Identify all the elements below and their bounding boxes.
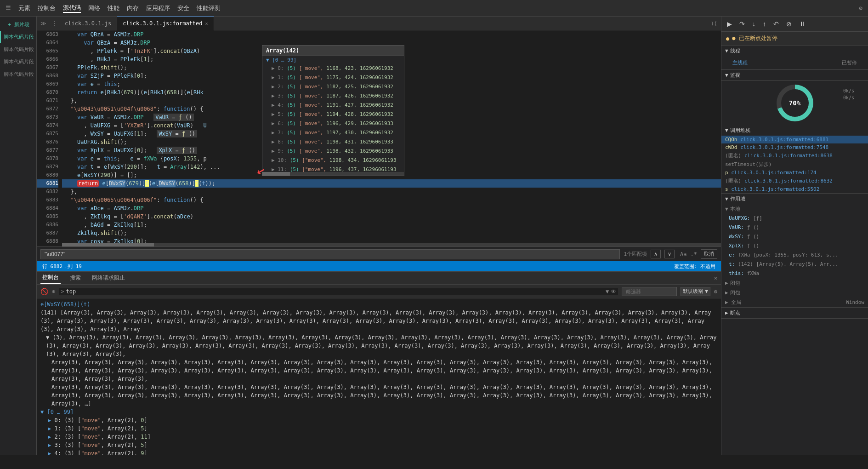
scope-item-t[interactable]: t: (142) [Array(5), Array(5), Arr... bbox=[721, 260, 868, 269]
snippet-4[interactable]: 脚本代码片段 bbox=[0, 68, 36, 80]
console-sub-section[interactable]: ▼ [0 … 99] bbox=[40, 408, 717, 416]
nav-console[interactable]: 控制台 bbox=[38, 4, 56, 12]
array-popup: Array(142) ▼ [0 … 99] ▶ 0: (5) ["move", … bbox=[262, 45, 404, 176]
breakpoints-section: ▶ 断点 bbox=[721, 308, 868, 319]
nav-sources[interactable]: 源代码 bbox=[63, 4, 81, 13]
chevron-right-icon-bp: ▶ bbox=[725, 310, 728, 316]
thread-section-title[interactable]: ▼ ▼ 线程 线程 bbox=[721, 46, 868, 56]
deactivate-button[interactable]: ⊘ bbox=[784, 19, 794, 29]
sidebar-toggle[interactable]: ☰ bbox=[6, 5, 11, 11]
console-sub-4[interactable]: ▶ 4: (3) ["move", Array(2), 9] bbox=[40, 449, 717, 455]
array-row-10[interactable]: ▶ 10: (5) ["move", 1198, 434, 1629606119… bbox=[262, 156, 404, 165]
console-settings-icon[interactable]: ⚙ bbox=[714, 288, 717, 295]
resume-button[interactable]: ▶ bbox=[725, 19, 734, 29]
array-row-4[interactable]: ▶ 4: (5) ["move", 1191, 427, 16296061932 bbox=[262, 101, 404, 110]
match-case-button[interactable]: Aa bbox=[680, 251, 686, 257]
step-into-button[interactable]: ↓ bbox=[750, 19, 757, 29]
nav-security[interactable]: 安全 bbox=[177, 4, 189, 12]
snippet-2[interactable]: 脚本代码片段 bbox=[0, 43, 36, 56]
fn-name-3: p bbox=[725, 170, 728, 176]
array-row-2[interactable]: ▶ 2: (5) ["move", 1182, 425, 16296061932 bbox=[262, 82, 404, 92]
callstack-item-3[interactable]: p click.3.0.1.js:formatted:174 bbox=[721, 169, 868, 177]
nav-memory[interactable]: 内存 bbox=[127, 4, 139, 12]
code-hscroll[interactable] bbox=[62, 243, 721, 246]
scope-item-xplx[interactable]: XplX: ƒ () bbox=[721, 241, 868, 251]
console-sub-0[interactable]: ▶ 0: (3) ["move", Array(2), 0] bbox=[40, 416, 717, 424]
console-input[interactable] bbox=[66, 288, 603, 295]
main-thread-item[interactable]: 主线程 已暂停 bbox=[729, 58, 861, 68]
nav-application[interactable]: 应用程序 bbox=[146, 4, 170, 12]
cancel-search-button[interactable]: 取消 bbox=[701, 249, 717, 259]
callstack-item-4[interactable]: (匿名) click.3.0.1.js:formatted:8632 bbox=[721, 177, 868, 185]
callstack-section-title[interactable]: ▼ 调用堆栈 bbox=[721, 125, 868, 136]
console-eye-icon[interactable]: 👁 bbox=[611, 288, 616, 295]
scope-item-wxsy[interactable]: WxSY: ƒ () bbox=[721, 232, 868, 241]
nav-performance[interactable]: 性能 bbox=[108, 4, 119, 12]
scope-item-uaufxg[interactable]: UaUFXG: [ƒ] bbox=[721, 214, 868, 223]
step-over-button[interactable]: ↷ bbox=[738, 19, 747, 29]
scope-item-this[interactable]: this: fXWa bbox=[721, 269, 868, 278]
nav-network[interactable]: 网络 bbox=[88, 4, 100, 12]
left-sidebar: + 新片段 脚本代码片段 脚本代码片段 脚本代码片段 脚本代码片段 bbox=[0, 17, 37, 455]
scope-item-e[interactable]: e: fXWa {posX: 1355, posY: 613, s... bbox=[721, 251, 868, 260]
regex-button[interactable]: .* bbox=[691, 251, 697, 257]
console-dropdown-icon[interactable]: ▼ bbox=[606, 288, 609, 295]
search-bar: 1个匹配项 ∧ ∨ Aa .* 取消 bbox=[37, 246, 721, 261]
array-row-3[interactable]: ▶ 3: (5) ["move", 1187, 426, 16296061932 bbox=[262, 92, 404, 101]
array-popup-content[interactable]: ▼ [0 … 99] ▶ 0: (5) ["move", 1168, 423, … bbox=[262, 56, 404, 176]
fn-file-2: click.3.0.1.js:formatted:8638 bbox=[744, 153, 833, 159]
closure-scope-2-title[interactable]: ▶ 闭包 bbox=[721, 288, 868, 297]
console-eval-line: e[WxSY(658)](t) bbox=[40, 300, 717, 309]
step-back-button[interactable]: ↶ bbox=[772, 19, 781, 29]
pause-exceptions-button[interactable]: ⏸ bbox=[797, 19, 807, 29]
search-prev-button[interactable]: ∧ bbox=[651, 250, 661, 258]
snippet-3[interactable]: 脚本代码片段 bbox=[0, 56, 36, 68]
tab-close-button[interactable]: × bbox=[205, 21, 208, 26]
tab-click-min[interactable]: click.3.0.1.js bbox=[59, 17, 117, 30]
scope-item-vaur[interactable]: VaUR: ƒ () bbox=[721, 223, 868, 232]
scope-section-title[interactable]: ▼ 作用域 bbox=[721, 194, 868, 204]
tab-network-block[interactable]: 网络请求阻止 bbox=[90, 272, 127, 284]
tab-sources-menu[interactable]: ⋮ bbox=[50, 20, 59, 27]
global-scope-title[interactable]: ▶ 全局 Window bbox=[721, 297, 868, 307]
snippet-1[interactable]: 脚本代码片段 bbox=[0, 31, 36, 43]
array-row-1[interactable]: ▶ 1: (5) ["move", 1175, 424, 16296061932 bbox=[262, 73, 404, 82]
console-sub-1[interactable]: ▶ 1: (3) ["move", Array(2), 5] bbox=[40, 424, 717, 433]
add-snippet-button[interactable]: + 新片段 bbox=[0, 18, 36, 31]
array-row-8[interactable]: ▶ 8: (5) ["move", 1198, 431, 16296061933 bbox=[262, 137, 404, 147]
local-scope-title[interactable]: ▼ 本地 bbox=[721, 204, 868, 214]
tab-bar: ≫ ⋮ click.3.0.1.js click.3.0.1.js:format… bbox=[37, 17, 721, 30]
settings-icon[interactable]: ⚙ bbox=[859, 5, 862, 11]
breakpoints-section-title[interactable]: ▶ 断点 bbox=[721, 308, 868, 318]
watch-section-title[interactable]: ▼ 监视 bbox=[721, 70, 868, 80]
array-row-5[interactable]: ▶ 5: (5) ["move", 1194, 428, 16296061932 bbox=[262, 110, 404, 119]
array-row-0[interactable]: ▶ 0: (5) ["move", 1168, 423, 16296061932 bbox=[262, 64, 404, 73]
nav-audit[interactable]: 性能评测 bbox=[197, 4, 221, 12]
console-close-button[interactable]: × bbox=[714, 275, 717, 281]
console-sub-2[interactable]: ▶ 2: (3) ["move", Array(2), 11] bbox=[40, 433, 717, 441]
console-clear-icon[interactable]: 🚫 bbox=[40, 288, 48, 295]
console-output[interactable]: e[WxSY(658)](t) (141) [Array(3), Array(3… bbox=[37, 298, 721, 455]
array-section-expand[interactable]: ▼ [0 … 99] bbox=[262, 56, 404, 64]
array-row-7[interactable]: ▶ 7: (5) ["move", 1197, 430, 16296061932 bbox=[262, 128, 404, 137]
step-out-button[interactable]: ↑ bbox=[761, 19, 768, 29]
tab-console[interactable]: 控制台 bbox=[40, 272, 61, 284]
tab-search[interactable]: 搜索 bbox=[68, 272, 83, 284]
search-next-button[interactable]: ∨ bbox=[664, 250, 675, 258]
search-input[interactable] bbox=[40, 249, 620, 259]
console-sub-3[interactable]: ▶ 3: (3) ["move", Array(2), 5] bbox=[40, 441, 717, 449]
callstack-item-1[interactable]: cWDd click.3.0.1.js:formatted:7548 bbox=[721, 143, 868, 151]
callstack-item-5[interactable]: s click.3.0.1.js:formatted:5502 bbox=[721, 185, 868, 193]
log-level-select[interactable]: 默认级别▼ bbox=[681, 287, 710, 296]
array-row-9[interactable]: ▶ 9: (5) ["move", 1198, 432, 16296061933 bbox=[262, 147, 404, 156]
closure-scope-1-title[interactable]: ▶ 闭包 bbox=[721, 278, 868, 288]
tab-click-formatted[interactable]: click.3.0.1.js:formatted × bbox=[117, 17, 214, 30]
callstack-item-0[interactable]: CQOh click.3.0.1.js:formatted:6881 bbox=[721, 136, 868, 143]
nav-elements[interactable]: 元素 bbox=[18, 4, 30, 12]
callstack-item-2[interactable]: (匿名) click.3.0.1.js:formatted:8638 bbox=[721, 151, 868, 160]
array-row-6[interactable]: ▶ 6: (5) ["move", 1196, 429, 16296061933 bbox=[262, 119, 404, 128]
tab-expand-right[interactable]: ⟩⟨ bbox=[707, 20, 721, 27]
tab-sources-expand[interactable]: ≫ bbox=[37, 20, 50, 27]
filter-input[interactable] bbox=[622, 287, 677, 296]
console-tabs: 控制台 搜索 网络请求阻止 × bbox=[37, 272, 721, 285]
